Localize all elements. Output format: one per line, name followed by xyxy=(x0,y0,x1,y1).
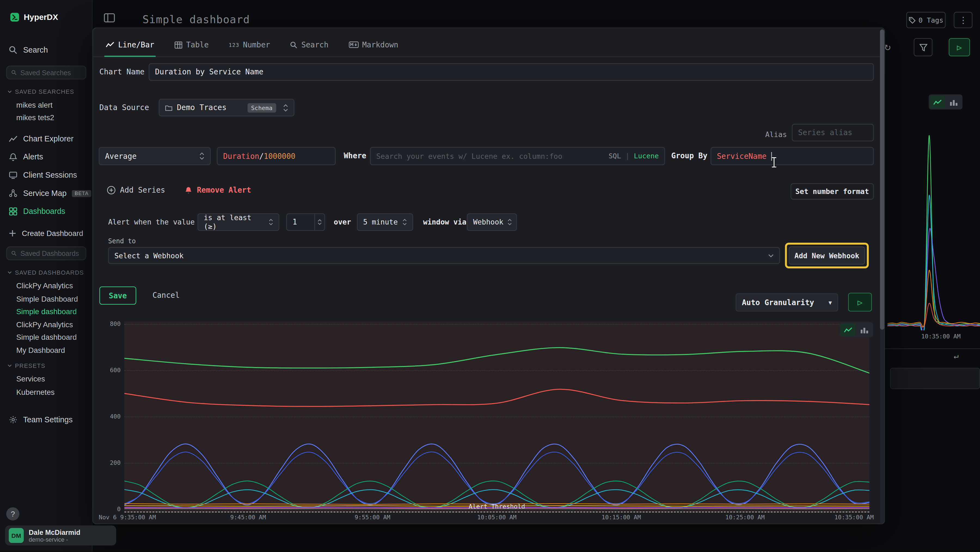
saved-searches-searchbox[interactable] xyxy=(6,65,86,80)
chevron-up-icon xyxy=(317,219,322,222)
group-by-field[interactable]: ServiceName xyxy=(711,147,873,165)
chart-editor-modal: Line/Bar Table 123 Number Search Markdow… xyxy=(92,27,885,524)
tab-search[interactable]: Search xyxy=(290,33,329,57)
tab-markdown[interactable]: Markdown xyxy=(348,33,398,57)
plus-icon xyxy=(9,230,16,237)
alias-input[interactable] xyxy=(798,128,867,137)
sidebar-item-alerts[interactable]: Alerts xyxy=(9,151,43,163)
duration-line-chart[interactable] xyxy=(124,320,869,514)
chevron-down-icon xyxy=(8,271,12,274)
saved-dashboard-item[interactable]: Simple Dashboard xyxy=(16,295,78,303)
run-query-button[interactable]: ▷ xyxy=(949,38,970,56)
saved-dashboard-item[interactable]: Simple dashboard xyxy=(16,333,77,341)
add-new-webhook-button[interactable]: Add New Webhook xyxy=(789,247,865,265)
alert-channel-select[interactable]: Webhook xyxy=(467,213,517,231)
create-dashboard-button[interactable]: Create Dashboard xyxy=(9,227,83,239)
tab-table[interactable]: Table xyxy=(174,33,209,57)
bar-chart-icon xyxy=(861,326,868,333)
alert-prefix-text: Alert when the value xyxy=(108,218,195,227)
lucene-toggle[interactable]: Lucene xyxy=(634,152,659,160)
brand[interactable]: HyperDX xyxy=(10,13,58,22)
saved-searches-input[interactable] xyxy=(21,69,81,77)
chart-name-input[interactable] xyxy=(155,67,867,76)
service-map-icon xyxy=(9,189,18,198)
cancel-button[interactable]: Cancel xyxy=(153,291,180,300)
saved-search-item[interactable]: mikes tets2 xyxy=(16,113,54,122)
alert-bell-icon xyxy=(184,186,192,195)
tab-line-bar[interactable]: Line/Bar xyxy=(106,33,154,57)
alert-threshold-field[interactable] xyxy=(286,213,325,231)
modal-scrollbar-thumb[interactable] xyxy=(880,29,885,330)
saved-dashboards-searchbox[interactable] xyxy=(6,247,86,260)
more-options-button[interactable]: ⋮ xyxy=(954,12,973,28)
preset-item[interactable]: Services xyxy=(16,375,45,383)
modal-scrollbar[interactable] xyxy=(880,29,885,524)
alert-window-select[interactable]: 5 minute xyxy=(357,213,413,231)
line-chart-icon xyxy=(933,99,942,105)
chevron-down-icon xyxy=(317,222,322,225)
saved-searches-header[interactable]: SAVED SEARCHES xyxy=(8,88,74,95)
saved-dashboard-item[interactable]: My Dashboard xyxy=(16,346,65,355)
aggregation-select[interactable]: Average xyxy=(99,147,211,165)
page-title: Simple dashboard xyxy=(142,13,250,26)
number-stepper[interactable] xyxy=(314,214,325,230)
formula-field[interactable]: Duration/1000000 xyxy=(217,147,336,165)
sidebar-item-client-sessions[interactable]: Client Sessions xyxy=(9,169,77,182)
refresh-icon[interactable]: ↻ xyxy=(885,40,891,53)
alias-field[interactable] xyxy=(792,124,874,141)
saved-dashboard-item[interactable]: ClickPy Analytics xyxy=(16,321,73,329)
remove-alert-button[interactable]: Remove Alert xyxy=(184,186,251,195)
alert-threshold-input[interactable] xyxy=(293,218,310,227)
saved-dashboard-item[interactable]: ClickPy Analytics xyxy=(16,281,73,290)
formula-field-name: Duration xyxy=(223,152,259,161)
saved-dashboards-input[interactable] xyxy=(21,250,81,257)
chart-type-toggle[interactable] xyxy=(839,322,873,337)
sidebar-item-chart-explorer[interactable]: Chart Explorer xyxy=(9,133,73,145)
preview-run-button[interactable]: ▷ xyxy=(848,293,872,311)
where-search-field[interactable]: SQL | Lucene xyxy=(370,147,665,165)
alert-threshold-line[interactable] xyxy=(124,512,869,512)
presets-header[interactable]: PRESETS xyxy=(8,362,45,369)
table-icon xyxy=(174,41,182,48)
user-menu[interactable]: DM Dale McDiarmid demo-service - xyxy=(5,526,116,546)
sidebar-item-service-map[interactable]: Service Map BETA xyxy=(9,187,91,199)
sql-toggle[interactable]: SQL xyxy=(609,152,621,160)
granularity-select[interactable]: Auto Granularity ▼ xyxy=(735,294,838,312)
set-number-format-button[interactable]: Set number format xyxy=(791,183,873,200)
where-input[interactable] xyxy=(376,152,604,161)
tags-button[interactable]: 0 Tags xyxy=(906,12,946,28)
add-series-button[interactable]: Add Series xyxy=(107,186,165,195)
user-org: demo-service - xyxy=(29,536,80,542)
folder-icon xyxy=(165,104,173,111)
save-button[interactable]: Save xyxy=(99,287,136,305)
chart-name-field[interactable] xyxy=(149,63,873,81)
search-icon xyxy=(9,46,18,54)
x-tick: 10:35:00 AM xyxy=(799,514,874,520)
saved-search-item[interactable]: mikes alert xyxy=(16,101,52,110)
sidebar-item-team-settings[interactable]: Team Settings xyxy=(9,413,73,426)
preset-item[interactable]: Kubernetes xyxy=(16,388,55,396)
mouse-text-cursor xyxy=(770,156,778,168)
chevron-updown-icon xyxy=(269,218,273,226)
filter-button[interactable] xyxy=(914,38,932,56)
help-button[interactable]: ? xyxy=(6,507,19,520)
funnel-icon xyxy=(919,44,927,51)
where-label: Where xyxy=(344,152,366,160)
webhook-select[interactable]: Select a Webhook xyxy=(108,247,780,264)
saved-dashboards-header[interactable]: SAVED DASHBOARDS xyxy=(8,269,84,276)
background-dashboard-chart xyxy=(888,115,980,330)
markdown-icon xyxy=(348,41,358,48)
x-tick: Nov 6 9:35:00 AM xyxy=(99,514,156,520)
sidebar-item-dashboards[interactable]: Dashboards xyxy=(9,205,65,218)
saved-dashboard-item-active[interactable]: Simple dashboard xyxy=(16,307,77,316)
bell-icon xyxy=(9,153,18,161)
tab-number[interactable]: 123 Number xyxy=(229,33,270,57)
schema-badge: Schema xyxy=(247,103,276,112)
data-source-select[interactable]: Demo Traces Schema xyxy=(159,99,294,116)
x-tick: 10:05:00 AM xyxy=(459,514,535,520)
alert-condition-select[interactable]: is at least (≥) xyxy=(197,213,280,231)
background-chart-type-toggle[interactable] xyxy=(929,94,963,110)
sidebar-item-search[interactable]: Search xyxy=(9,44,48,56)
collapse-sidebar-icon[interactable] xyxy=(104,13,115,22)
avatar: DM xyxy=(9,528,24,543)
